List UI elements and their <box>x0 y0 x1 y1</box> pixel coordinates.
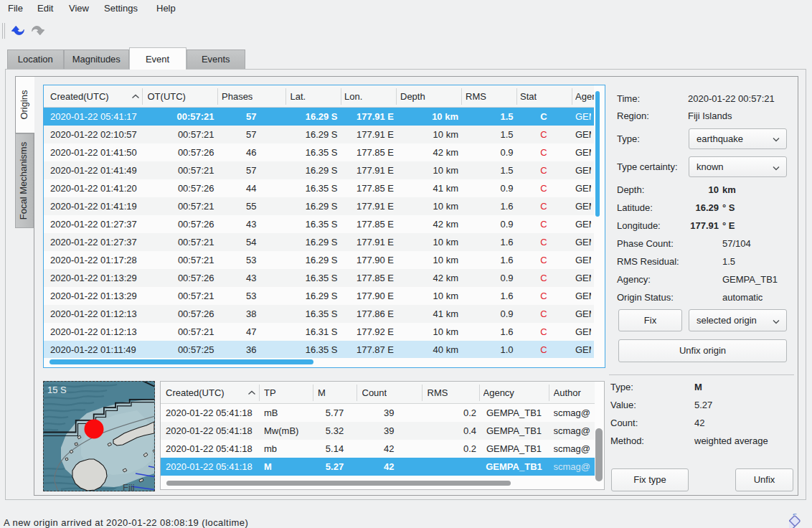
svg-text:Fiji: Fiji <box>123 482 135 491</box>
svg-text:15 S: 15 S <box>47 385 67 395</box>
